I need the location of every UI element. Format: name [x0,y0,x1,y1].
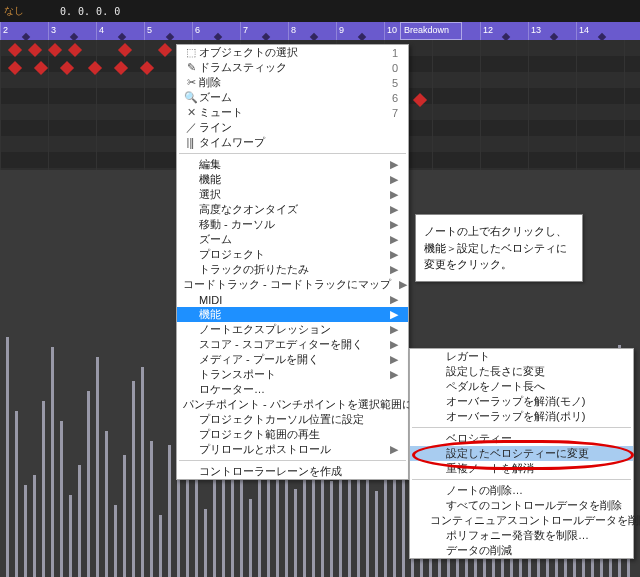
menu-item[interactable]: トラックの折りたたみ▶ [177,262,408,277]
note-diamond[interactable] [158,43,172,57]
menu-item[interactable]: ポリフォニー発音数を制限… [410,528,633,543]
menu-item[interactable]: 高度なクオンタイズ▶ [177,202,408,217]
ruler-tick[interactable]: 13 [528,22,576,40]
velocity-bar[interactable] [330,481,333,577]
ruler-tick[interactable]: 4 [96,22,144,40]
menu-item[interactable]: ペダルをノート長へ [410,379,633,394]
ruler-tick[interactable]: 12 [480,22,528,40]
velocity-bar[interactable] [87,391,90,577]
menu-item[interactable]: コンティニュアスコントロールデータを削除 [410,513,633,528]
velocity-bar[interactable] [96,357,99,577]
menu-item[interactable]: プロジェクトカーソル位置に設定 [177,412,408,427]
menu-item[interactable]: コードトラック - コードトラックにマップ▶ [177,277,408,292]
velocity-bar[interactable] [123,455,126,577]
menu-item-functions[interactable]: 機能▶ [177,307,408,322]
menu-item[interactable]: 移動 - カーソル▶ [177,217,408,232]
note-diamond[interactable] [48,43,62,57]
velocity-bar[interactable] [249,499,252,577]
menu-item[interactable]: パンチポイント - パンチポイントを選択範囲に設定 [177,397,408,412]
menu-item[interactable]: ノートエクスプレッション▶ [177,322,408,337]
note-diamond[interactable] [88,61,102,75]
menu-item-label: ズーム [199,90,374,105]
menu-item-label: レガート [446,349,623,364]
menu-item[interactable]: プロジェクト範囲の再生 [177,427,408,442]
velocity-bar[interactable] [78,465,81,577]
menu-item[interactable]: 編集▶ [177,157,408,172]
note-diamond[interactable] [28,43,42,57]
velocity-bar[interactable] [204,509,207,577]
menu-item[interactable]: レガート [410,349,633,364]
menu-item[interactable]: 設定した長さに変更 [410,364,633,379]
ruler-tick[interactable]: 9 [336,22,384,40]
velocity-bar[interactable] [339,479,342,577]
velocity-bar[interactable] [33,475,36,577]
velocity-bar[interactable] [141,367,144,577]
menu-item[interactable]: データの削減 [410,543,633,558]
velocity-bar[interactable] [6,337,9,577]
menu-item[interactable]: 機能▶ [177,172,408,187]
menu-item-label: オーバーラップを解消(ポリ) [446,409,623,424]
velocity-bar[interactable] [51,347,54,577]
ruler-tick[interactable]: 7 [240,22,288,40]
menu-item[interactable]: ノートの削除… [410,483,633,498]
menu-item[interactable]: すべてのコントロールデータを削除 [410,498,633,513]
menu-item-shortcut: 6 [374,92,398,104]
velocity-bar[interactable] [168,445,171,577]
menu-item[interactable]: メディア - プールを開く▶ [177,352,408,367]
note-diamond[interactable] [8,61,22,75]
ruler-tick[interactable]: 8 [288,22,336,40]
note-diamond[interactable] [68,43,82,57]
tool-item[interactable]: ✂削除5 [177,75,408,90]
note-diamond[interactable] [8,43,22,57]
menu-item[interactable]: スコア - スコアエディターを開く▶ [177,337,408,352]
menu-item[interactable]: MIDI▶ [177,292,408,307]
timeline-ruler[interactable]: 234567891011121314 [0,22,640,40]
menu-item[interactable]: オーバーラップを解消(ポリ) [410,409,633,424]
velocity-bar[interactable] [150,441,153,577]
note-diamond[interactable] [118,43,132,57]
menu-item[interactable]: ロケーター… [177,382,408,397]
velocity-bar[interactable] [105,431,108,577]
ruler-tick[interactable]: 3 [48,22,96,40]
ruler-tick[interactable]: 5 [144,22,192,40]
velocity-bar[interactable] [60,421,63,577]
note-diamond[interactable] [114,61,128,75]
menu-item[interactable]: プリロールとポストロール▶ [177,442,408,457]
velocity-bar[interactable] [24,485,27,577]
note-diamond[interactable] [34,61,48,75]
menu-item[interactable]: ベロシティー… [410,431,633,446]
marker-breakdown[interactable]: Breakdown [400,22,462,40]
menu-item[interactable]: 重複ノートを解消 [410,461,633,476]
tool-item[interactable]: 🔍ズーム6 [177,90,408,105]
velocity-bar[interactable] [15,411,18,577]
velocity-bar[interactable] [114,505,117,577]
menu-item-set-velocity[interactable]: 設定したベロシティーに変更 [410,446,633,461]
tool-item[interactable]: |‖タイムワープ [177,135,408,150]
menu-item-label: ベロシティー… [446,431,623,446]
velocity-bar[interactable] [375,491,378,577]
menu-item-create-lane[interactable]: コントローラーレーンを作成 [177,464,408,479]
menu-item[interactable]: ズーム▶ [177,232,408,247]
menu-item[interactable]: プロジェクト▶ [177,247,408,262]
ruler-tick[interactable]: 14 [576,22,624,40]
velocity-bar[interactable] [132,381,135,577]
tool-item[interactable]: ✎ドラムスティック0 [177,60,408,75]
ruler-tick[interactable]: 2 [0,22,48,40]
tool-item[interactable]: ／ライン [177,120,408,135]
velocity-bar[interactable] [384,469,387,577]
menu-item[interactable]: トランスポート▶ [177,367,408,382]
velocity-bar[interactable] [159,515,162,577]
menu-item-shortcut: 7 [374,107,398,119]
menu-item[interactable]: オーバーラップを解消(モノ) [410,394,633,409]
tool-item[interactable]: ⬚オブジェクトの選択1 [177,45,408,60]
note-diamond[interactable] [60,61,74,75]
note-diamond[interactable] [413,93,427,107]
velocity-bar[interactable] [69,495,72,577]
note-diamond[interactable] [140,61,154,75]
ruler-tick[interactable]: 6 [192,22,240,40]
velocity-bar[interactable] [294,489,297,577]
velocity-bar[interactable] [285,471,288,577]
menu-item[interactable]: 選択▶ [177,187,408,202]
tool-item[interactable]: ✕ミュート7 [177,105,408,120]
velocity-bar[interactable] [42,401,45,577]
